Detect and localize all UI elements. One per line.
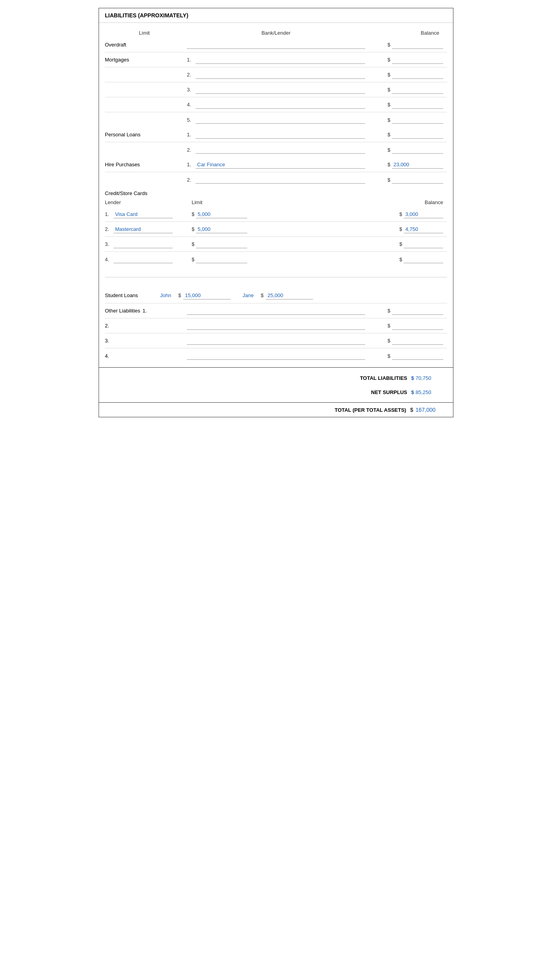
mortgage-balance-5-input[interactable] xyxy=(392,116,443,124)
totals-section: TOTAL LIABILITIES $ 70,750 NET SURPLUS $… xyxy=(99,367,453,402)
credit-limit-1-input[interactable] xyxy=(196,210,247,218)
other-liab-3-balance: $ xyxy=(368,337,447,345)
mortgage-balance-4-input[interactable] xyxy=(392,101,443,109)
mortgage-num-3: 3. xyxy=(187,87,193,93)
overdraft-bank-input[interactable] xyxy=(187,41,365,49)
credit-balance-4-input[interactable] xyxy=(404,255,443,263)
personal-loan-bank-1-input[interactable] xyxy=(196,131,365,139)
other-liab-2-balance: $ xyxy=(368,322,447,330)
other-liab-balance-2-input[interactable] xyxy=(392,322,443,330)
credit-lender-3-input[interactable] xyxy=(114,240,173,248)
other-liab-desc-3-input[interactable] xyxy=(187,337,365,345)
other-liab-balance-1-input[interactable] xyxy=(392,307,443,315)
grand-total-value-container: $ 167,000 xyxy=(410,407,447,413)
other-liabilities-text: Other Liabilities xyxy=(105,308,140,314)
mortgage-bank-3-input[interactable] xyxy=(196,86,365,94)
credit-col-lender: Lender xyxy=(105,199,192,205)
mortgage-row-5: 5. $ xyxy=(105,112,447,127)
credit-balance-2-input[interactable] xyxy=(404,225,443,233)
mortgage-5-mid: 5. xyxy=(184,114,368,125)
credit-balance-3-input[interactable] xyxy=(404,240,443,248)
personal-loan-1-mid: 1. xyxy=(184,129,368,140)
other-liab-balance-3-input[interactable] xyxy=(392,337,443,345)
other-liab-desc-2-input[interactable] xyxy=(187,322,365,330)
mortgage-balance-2-input[interactable] xyxy=(392,71,443,79)
mortgage-bank-2-input[interactable] xyxy=(196,71,365,79)
spacer-2 xyxy=(105,280,447,288)
mortgage-bank-4-input[interactable] xyxy=(196,101,365,109)
mortgage-bank-5-input[interactable] xyxy=(196,116,365,124)
personal-loan-balance-2-input[interactable] xyxy=(392,146,443,154)
other-liab-desc-4-input[interactable] xyxy=(187,352,365,360)
col-header-bank: Bank/Lender xyxy=(184,30,368,36)
other-liab-4-balance: $ xyxy=(368,352,447,360)
credit-card-row-2: 2. $ $ xyxy=(105,222,447,237)
credit-card-row-1: 1. $ $ xyxy=(105,207,447,222)
other-liab-desc-1-input[interactable] xyxy=(187,307,365,315)
credit-limit-2-input[interactable] xyxy=(196,225,247,233)
mortgage-empty-label-4 xyxy=(105,103,184,106)
other-liab-num-label-4: 4. xyxy=(105,351,184,361)
personal-loan-2-dollar: $ xyxy=(388,147,390,153)
liabilities-form: LIABILITIES (APPROXIMATELY) Limit Bank/L… xyxy=(99,8,453,417)
mortgage-5-balance: $ xyxy=(368,114,447,125)
section-title: LIABILITIES (APPROXIMATELY) xyxy=(99,8,453,23)
mortgages-section: Mortgages 1. $ 2. $ xyxy=(105,52,447,127)
mortgage-empty-label-2 xyxy=(105,73,184,76)
mortgage-row-1: Mortgages 1. $ xyxy=(105,52,447,67)
other-liab-row-1: Other Liabilities 1. $ xyxy=(105,303,447,318)
mortgage-bank-1-input[interactable] xyxy=(196,56,365,64)
mortgage-5-dollar: $ xyxy=(388,117,390,123)
credit-lender-1-input[interactable] xyxy=(114,210,173,218)
other-liab-row-4: 4. $ xyxy=(105,348,447,363)
credit-col-limit: Limit xyxy=(192,199,368,205)
mortgage-3-mid: 3. xyxy=(184,84,368,95)
credit-lender-2-input[interactable] xyxy=(114,225,173,233)
mortgage-row-4: 4. $ xyxy=(105,97,447,112)
student-person-2-name: Jane xyxy=(242,292,258,298)
credit-balance-1-input[interactable] xyxy=(404,210,443,218)
hire-purchase-empty-label-2 xyxy=(105,178,184,181)
mortgage-num-2: 2. xyxy=(187,72,193,78)
total-liabilities-row: TOTAL LIABILITIES $ 70,750 xyxy=(105,371,447,385)
personal-loan-balance-1-input[interactable] xyxy=(392,131,443,139)
other-liabilities-label: Other Liabilities 1. xyxy=(105,306,184,315)
student-person-2-input[interactable] xyxy=(266,292,313,299)
personal-loan-row-1: Personal Loans 1. $ xyxy=(105,127,447,142)
hire-purchase-1-dollar: $ xyxy=(388,162,390,167)
overdraft-balance-input[interactable] xyxy=(392,41,443,49)
credit-limit-3-input[interactable] xyxy=(196,240,247,248)
mortgage-empty-label-3 xyxy=(105,88,184,91)
credit-balance-2-container: $ xyxy=(368,225,447,233)
personal-loan-bank-2-input[interactable] xyxy=(196,146,365,154)
hire-purchases-section: Hire Purchases 1. $ 2. $ xyxy=(105,157,447,187)
hire-purchase-balance-1-input[interactable] xyxy=(392,161,443,169)
mortgage-num-4: 4. xyxy=(187,102,193,108)
credit-balance-3-container: $ xyxy=(368,240,447,248)
other-liab-balance-4-input[interactable] xyxy=(392,352,443,360)
credit-num-3: 3. xyxy=(105,241,111,247)
credit-balance-1-container: $ xyxy=(368,210,447,218)
student-person-1-name: John xyxy=(160,292,176,298)
credit-col-headers: Lender Limit Balance xyxy=(105,198,447,207)
credit-limit-4-input[interactable] xyxy=(196,255,247,263)
credit-balance-2-dollar: $ xyxy=(399,226,402,232)
grand-total-dollar: $ xyxy=(410,407,413,413)
hire-purchase-balance-2-input[interactable] xyxy=(392,176,443,184)
mortgage-3-dollar: $ xyxy=(388,87,390,93)
mortgage-balance-1-input[interactable] xyxy=(392,56,443,64)
mortgage-num-5: 5. xyxy=(187,117,193,123)
personal-loan-1-balance: $ xyxy=(368,129,447,140)
credit-lender-2-container: 2. xyxy=(105,225,192,233)
hire-purchase-bank-1-input[interactable] xyxy=(196,161,365,169)
student-person-1-input[interactable] xyxy=(183,292,231,299)
credit-limit-3-container: $ xyxy=(192,240,368,248)
credit-lender-4-input[interactable] xyxy=(114,255,173,263)
mortgage-empty-label-5 xyxy=(105,118,184,121)
mortgage-balance-3-input[interactable] xyxy=(392,86,443,94)
credit-limit-2-dollar: $ xyxy=(192,226,194,232)
hire-purchase-num-1: 1. xyxy=(187,162,193,167)
divider-1 xyxy=(105,277,447,277)
personal-loans-section: Personal Loans 1. $ 2. $ xyxy=(105,127,447,157)
hire-purchase-bank-2-input[interactable] xyxy=(196,176,365,184)
